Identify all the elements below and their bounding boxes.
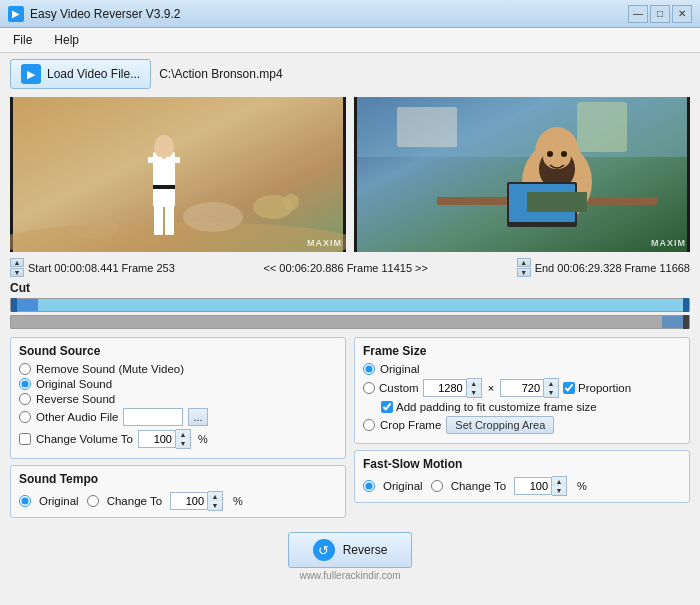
fast-slow-spinbtns: ▲ ▼ [552,476,567,496]
watermark-text: www.fullerackindir.com [299,570,400,581]
sound-reverse-row: Reverse Sound [19,393,337,405]
proportion-check[interactable] [563,382,575,394]
x-separator: × [488,382,494,394]
proportion-label: Proportion [578,382,631,394]
window-controls: — □ ✕ [628,5,692,23]
sound-tempo-row: Original Change To ▲ ▼ % [19,491,337,511]
maximize-button[interactable]: □ [650,5,670,23]
frame-size-title: Frame Size [363,344,681,358]
timeline-handle-right-2[interactable] [683,315,689,329]
height-down-btn[interactable]: ▼ [544,388,558,397]
watermark: www.fullerackindir.com [10,570,690,581]
app-title: Easy Video Reverser V3.9.2 [30,7,181,21]
volume-pct: % [198,433,208,445]
sound-reverse-label: Reverse Sound [36,393,115,405]
menu-bar: File Help [0,28,700,53]
fast-slow-input[interactable] [514,477,552,495]
fast-slow-original-radio[interactable] [363,480,375,492]
sound-original-label: Original Sound [36,378,112,390]
start-down-btn[interactable]: ▼ [10,268,24,277]
menu-file[interactable]: File [4,30,41,50]
tempo-down-btn[interactable]: ▼ [208,501,222,510]
svg-rect-7 [165,205,174,235]
menu-help[interactable]: Help [45,30,88,50]
video-left: MAXIM [10,97,346,252]
sound-tempo-original-radio[interactable] [19,495,31,507]
fast-slow-original-label: Original [383,480,423,492]
width-spinner-group: ▲ ▼ [423,378,482,398]
load-row: ▶ Load Video File... C:\Action Bronson.m… [10,59,690,89]
options-right: Frame Size Original Custom ▲ ▼ × [354,337,690,524]
frame-original-radio[interactable] [363,363,375,375]
load-video-label: Load Video File... [47,67,140,81]
padding-check[interactable] [381,401,393,413]
timeline-handle-right[interactable] [683,298,689,312]
height-spinner-group: ▲ ▼ [500,378,559,398]
frame-original-row: Original [363,363,681,375]
minimize-button[interactable]: — [628,5,648,23]
options-left: Sound Source Remove Sound (Mute Video) O… [10,337,346,524]
cut-section: Cut [10,281,690,329]
fast-slow-down-btn[interactable]: ▼ [552,486,566,495]
height-input[interactable] [500,379,544,397]
frame-size-box: Frame Size Original Custom ▲ ▼ × [354,337,690,444]
title-bar-left: ▶ Easy Video Reverser V3.9.2 [8,6,181,22]
crop-radio[interactable] [363,419,375,431]
change-volume-label: Change Volume To [36,433,133,445]
sound-tempo-change-radio[interactable] [87,495,99,507]
end-down-btn[interactable]: ▼ [517,268,531,277]
sound-reverse-radio[interactable] [19,393,31,405]
svg-rect-24 [527,192,587,212]
timeline-track-2[interactable] [10,315,690,329]
load-video-button[interactable]: ▶ Load Video File... [10,59,151,89]
width-input[interactable] [423,379,467,397]
volume-input[interactable] [138,430,176,448]
end-up-btn[interactable]: ▲ [517,258,531,267]
reverse-button[interactable]: ↺ Reverse [288,532,413,568]
frame-info-row: ▲ ▼ Start 00:00:08.441 Frame 253 << 00:0… [10,258,690,277]
fast-slow-row: Original Change To ▲ ▼ % [363,476,681,496]
sound-original-row: Original Sound [19,378,337,390]
volume-down-btn[interactable]: ▼ [176,439,190,448]
tempo-up-btn[interactable]: ▲ [208,492,222,501]
frame-custom-label: Custom [379,382,419,394]
sound-mute-row: Remove Sound (Mute Video) [19,363,337,375]
video-left-watermark: MAXIM [307,238,342,248]
sound-source-title: Sound Source [19,344,337,358]
volume-up-btn[interactable]: ▲ [176,430,190,439]
sound-tempo-title: Sound Tempo [19,472,337,486]
start-frame-label: Start 00:00:08.441 Frame 253 [28,262,175,274]
timeline-track-1[interactable] [10,298,690,312]
end-frame-group: ▲ ▼ End 00:06:29.328 Frame 11668 [517,258,690,277]
start-up-btn[interactable]: ▲ [10,258,24,267]
fast-slow-pct: % [577,480,587,492]
set-crop-button[interactable]: Set Cropping Area [446,416,554,434]
tempo-spinner-group: ▲ ▼ [170,491,223,511]
change-volume-check[interactable] [19,433,31,445]
start-spinner[interactable]: ▲ ▼ [10,258,24,277]
load-video-icon: ▶ [21,64,41,84]
frame-custom-radio[interactable] [363,382,375,394]
svg-point-3 [154,135,174,159]
fast-slow-change-radio[interactable] [431,480,443,492]
fast-slow-up-btn[interactable]: ▲ [552,477,566,486]
sound-original-radio[interactable] [19,378,31,390]
sound-other-radio[interactable] [19,411,31,423]
timeline-handle-left[interactable] [11,298,17,312]
svg-rect-4 [148,157,162,163]
audio-file-input[interactable] [123,408,183,426]
tempo-input[interactable] [170,492,208,510]
close-button[interactable]: ✕ [672,5,692,23]
start-frame-group: ▲ ▼ Start 00:00:08.441 Frame 253 [10,258,175,277]
frame-original-label: Original [380,363,420,375]
audio-browse-btn[interactable]: ... [188,408,207,426]
end-spinner[interactable]: ▲ ▼ [517,258,531,277]
svg-point-9 [183,202,243,232]
sound-mute-radio[interactable] [19,363,31,375]
height-up-btn[interactable]: ▲ [544,379,558,388]
sound-tempo-original-label: Original [39,495,79,507]
width-down-btn[interactable]: ▼ [467,388,481,397]
fast-slow-title: Fast-Slow Motion [363,457,681,471]
sound-source-box: Sound Source Remove Sound (Mute Video) O… [10,337,346,459]
width-up-btn[interactable]: ▲ [467,379,481,388]
